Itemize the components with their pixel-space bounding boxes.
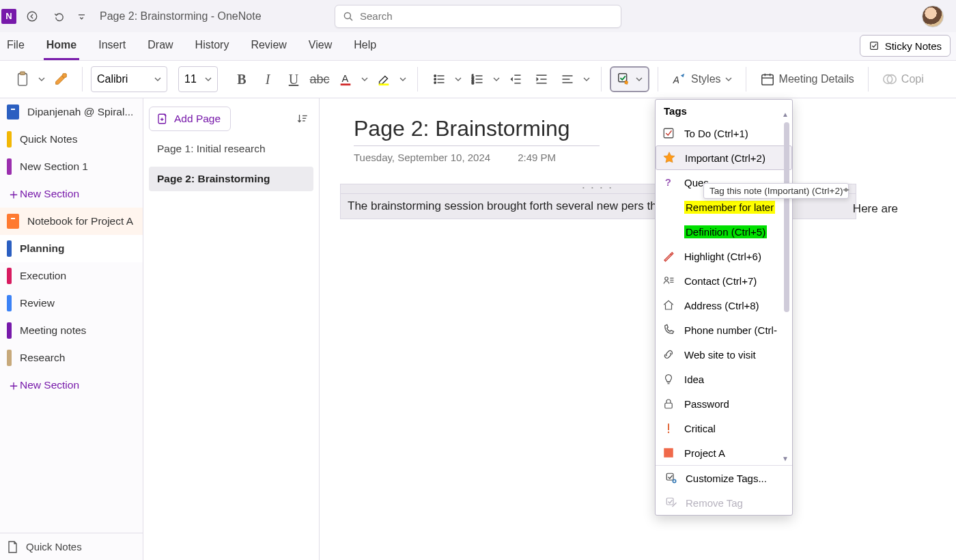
svg-point-0 [27, 12, 37, 21]
ribbon-tab-history[interactable]: History [193, 35, 232, 60]
font-color-button[interactable]: A [333, 66, 358, 92]
bullets-dropdown[interactable] [452, 66, 464, 92]
ribbon-tab-insert[interactable]: Insert [96, 35, 128, 60]
tags-gallery-button[interactable] [610, 66, 649, 92]
ribbon-tab-review[interactable]: Review [248, 35, 289, 60]
outdent-button[interactable] [503, 66, 529, 92]
styles-button[interactable]: A Styles [666, 66, 737, 92]
ribbon-tab-help[interactable]: Help [351, 35, 379, 60]
search-input[interactable] [360, 10, 614, 22]
page-list-item[interactable]: Page 2: Brainstorming [149, 167, 313, 191]
highlight-button[interactable] [371, 66, 397, 92]
ribbon-tab-draw[interactable]: Draw [145, 35, 175, 60]
svg-rect-48 [664, 128, 673, 138]
tag-item[interactable]: Critical [656, 416, 792, 440]
phone-icon [661, 322, 676, 337]
sidebar-footer-label: Quick Notes [26, 541, 82, 552]
section-color-chip [7, 131, 12, 148]
tag-item[interactable]: Project A [656, 440, 792, 465]
user-avatar[interactable] [922, 5, 944, 27]
page-title-input[interactable] [354, 115, 600, 145]
format-painter-button[interactable] [48, 66, 74, 92]
tag-item[interactable]: To Do (Ctrl+1) [656, 121, 792, 145]
remove-tag-icon [665, 496, 677, 509]
back-button[interactable] [20, 5, 44, 28]
paste-dropdown[interactable] [36, 66, 48, 92]
sidebar-notebook-root[interactable]: Dipanjenah @ Spiral... [0, 98, 143, 126]
tag-item[interactable]: Phone number (Ctrl- [656, 318, 792, 342]
ribbon-tab-file[interactable]: File [4, 35, 27, 60]
document-title: Page 2: Brainstorming - OneNote [100, 10, 262, 23]
sidebar-new-section[interactable]: ＋ New Section [0, 372, 143, 399]
tag-item[interactable]: Important (Ctrl+2) [656, 145, 792, 170]
indent-button[interactable] [529, 66, 554, 92]
tag-item[interactable]: Password [656, 391, 792, 416]
svg-rect-3 [18, 74, 27, 85]
numbering-dropdown[interactable] [490, 66, 503, 92]
svg-rect-41 [11, 218, 15, 219]
page-item-label: Page 1: Initial research [157, 143, 266, 155]
tag-item[interactable]: Contact (Ctrl+7) [656, 268, 792, 293]
sidebar-section-meeting-notes[interactable]: Meeting notes [0, 317, 143, 344]
tags-scroll-thumb[interactable] [784, 122, 789, 312]
bold-button[interactable]: B [229, 66, 255, 92]
font-color-dropdown[interactable] [358, 66, 371, 92]
note-overflow-text: Here are [853, 202, 898, 216]
add-page-button[interactable]: Add Page [149, 107, 231, 131]
highlight-dropdown[interactable] [397, 66, 409, 92]
sort-pages-button[interactable] [292, 108, 313, 130]
undo-button[interactable] [48, 5, 71, 28]
font-name-select[interactable]: Calibri [91, 66, 167, 92]
none-icon [661, 224, 676, 239]
tag-item[interactable]: Definition (Ctrl+5) [656, 219, 792, 244]
search-box[interactable] [335, 5, 621, 28]
sidebar-notebook-project-a[interactable]: Notebook for Project A [0, 208, 143, 235]
add-page-icon [156, 113, 169, 125]
font-size-value: 11 [184, 73, 197, 85]
strikethrough-button[interactable]: abc [307, 66, 333, 92]
sidebar-section-review[interactable]: Review [0, 290, 143, 317]
sidebar-new-section[interactable]: ＋ New Section [0, 180, 143, 208]
ribbon-tab-view[interactable]: View [306, 35, 335, 60]
page-list-item[interactable]: Page 1: Initial research [149, 137, 313, 161]
numbering-button[interactable]: 123 [464, 66, 490, 92]
note-canvas[interactable]: Tuesday, September 10, 2024 2:49 PM • • … [320, 98, 956, 560]
sidebar-section-research[interactable]: Research [0, 344, 143, 372]
tag-item-label: Highlight (Ctrl+6) [684, 251, 761, 262]
contact-icon [661, 273, 676, 288]
search-icon [342, 10, 354, 23]
sidebar-item-label: Research [20, 352, 65, 364]
tag-item[interactable]: Web site to visit [656, 342, 792, 367]
font-size-select[interactable]: 11 [178, 66, 218, 92]
tags-scroll-up[interactable]: ▲ [780, 109, 791, 120]
sidebar-quick-notes-footer[interactable]: Quick Notes [0, 533, 143, 560]
page-list-panel: Add Page Page 1: Initial research Page 2… [143, 98, 320, 560]
ribbon-toolbar: Calibri 11 B I U abc A 123 [0, 61, 956, 98]
underline-button[interactable]: U [281, 66, 307, 92]
ribbon-tab-home[interactable]: Home [44, 35, 79, 60]
align-button[interactable] [554, 66, 580, 92]
svg-rect-58 [666, 473, 673, 480]
sidebar-section-planning[interactable]: Planning [0, 235, 143, 262]
customize-qat-button[interactable] [75, 5, 90, 28]
meeting-details-button[interactable]: Meeting Details [755, 66, 860, 92]
sidebar-section-new-section-1[interactable]: New Section 1 [0, 153, 143, 180]
sidebar-section-execution[interactable]: Execution [0, 262, 143, 290]
sticky-notes-button[interactable]: Sticky Notes [860, 35, 951, 57]
paste-button[interactable] [10, 66, 36, 92]
sticky-notes-label: Sticky Notes [885, 40, 942, 52]
tag-item[interactable]: Idea [656, 367, 792, 391]
sidebar-item-label: New Section [20, 379, 79, 391]
tags-scroll-down[interactable]: ▼ [780, 453, 791, 464]
sidebar-section-quick-notes[interactable]: Quick Notes [0, 126, 143, 153]
copilot-button[interactable]: Copi [877, 66, 929, 92]
link-icon [661, 347, 676, 362]
align-dropdown[interactable] [580, 66, 593, 92]
svg-rect-8 [379, 83, 389, 85]
bullets-button[interactable] [426, 66, 452, 92]
tag-item[interactable]: Address (Ctrl+8) [656, 293, 792, 318]
page-date: Tuesday, September 10, 2024 [354, 152, 490, 163]
italic-button[interactable]: I [255, 66, 281, 92]
customize-tags-button[interactable]: Customize Tags... [656, 466, 792, 490]
tag-item[interactable]: Highlight (Ctrl+6) [656, 244, 792, 268]
